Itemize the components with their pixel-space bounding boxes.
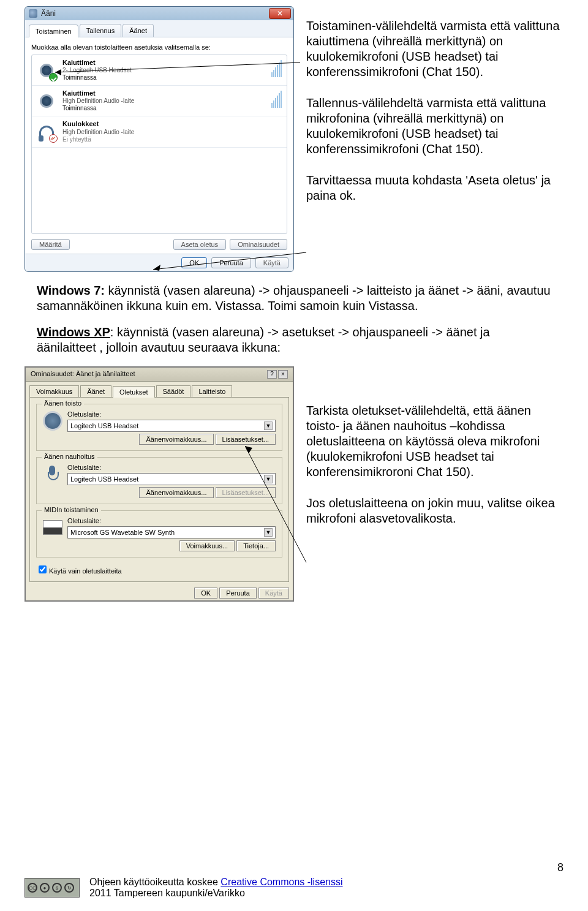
speaker-icon xyxy=(43,411,62,431)
group-title: Äänen nauhoitus xyxy=(42,453,97,460)
info-button[interactable]: Tietoja... xyxy=(236,540,276,551)
default-label: Oletuslaite: xyxy=(67,410,276,418)
device-status: Toiminnassa xyxy=(62,74,132,81)
tab-playback[interactable]: Toistaminen xyxy=(29,25,78,37)
device-row[interactable]: Kuulokkeet High Definition Audio -laite … xyxy=(32,116,287,147)
group-title: Äänen toisto xyxy=(42,399,84,407)
level-meter xyxy=(271,89,282,108)
callout-text-block: Toistaminen-välilehdeltä varmista että v… xyxy=(306,6,564,272)
volume-button[interactable]: Äänenvoimakkuus... xyxy=(139,487,213,498)
tab-volume[interactable]: Voimakkuus xyxy=(29,385,79,397)
device-title: Kaiuttimet xyxy=(62,59,132,67)
device-subtitle: High Definition Audio -laite xyxy=(62,129,134,136)
winxp-paragraph: Windows XP: käynnistä (vasen alareuna) -… xyxy=(37,325,551,355)
tabs: Toistaminen Tallennus Äänet xyxy=(25,20,293,37)
headphone-icon xyxy=(36,121,58,143)
cc-icon: CC xyxy=(28,883,37,893)
playback-group: Äänen toisto Oletuslaite: Logitech USB H… xyxy=(36,404,282,451)
volume-button[interactable]: Äänenvoimakkuus... xyxy=(139,434,213,445)
level-meter xyxy=(271,59,282,77)
configure-button[interactable]: Määritä xyxy=(31,239,70,250)
cancel-button[interactable]: Peruuta xyxy=(211,257,251,268)
window-title: Ääni xyxy=(41,9,56,18)
advanced-button[interactable]: Lisäasetukset... xyxy=(216,487,276,498)
win7-text: käynnistä (vasen alareuna) -> ohjauspane… xyxy=(37,284,551,312)
cancel-button[interactable]: Peruuta xyxy=(219,588,257,599)
tab-sounds[interactable]: Äänet xyxy=(123,24,154,37)
window-title: Ominaisuudet: Äänet ja äänilaitteet xyxy=(31,370,135,379)
device-status: Ei yhteyttä xyxy=(62,136,134,143)
callout-1: Toistaminen-välilehdeltä varmista että v… xyxy=(306,18,564,80)
cc-license-link[interactable]: Creative Commons -lisenssi xyxy=(221,877,342,887)
vista-sound-dialog: Ääni ✕ Toistaminen Tallennus Äänet Muokk… xyxy=(24,6,294,272)
footer-text: Ohjeen käyttöoikeutta koskee xyxy=(89,877,221,887)
xp-callout-1: Tarkista oletukset-välilehdeltä, että ää… xyxy=(306,403,564,480)
winxp-label: Windows XP xyxy=(37,325,110,339)
window-titlebar: Ominaisuudet: Äänet ja äänilaitteet ? × xyxy=(26,368,293,382)
xp-callout-block: Tarkista oletukset-välilehdeltä, että ää… xyxy=(306,366,564,602)
midi-group: MIDIn toistaminen Oletuslaite: Microsoft… xyxy=(36,510,282,558)
device-list: Kaiuttimet 2- Logitech USB Headset Toimi… xyxy=(31,55,287,234)
tabs: Voimakkuus Äänet Oletukset Säädöt Laitte… xyxy=(26,382,293,397)
cc-license-badge: CC ● $ ↻ xyxy=(24,878,80,898)
advanced-button[interactable]: Lisäasetukset... xyxy=(216,434,276,445)
device-row[interactable]: Kaiuttimet High Definition Audio -laite … xyxy=(32,86,287,116)
only-defaults-checkbox[interactable]: Käytä vain oletuslaitteita xyxy=(36,564,282,575)
chevron-down-icon: ▼ xyxy=(264,528,273,537)
device-title: Kaiuttimet xyxy=(62,89,134,97)
set-default-button[interactable]: Aseta oletus xyxy=(173,239,227,250)
disconnected-badge-icon xyxy=(49,134,58,143)
checkbox-input[interactable] xyxy=(39,565,47,573)
apply-button[interactable]: Käytä xyxy=(255,257,288,268)
device-status: Toiminnassa xyxy=(62,105,134,112)
chevron-down-icon: ▼ xyxy=(264,475,273,483)
group-title: MIDIn toistaminen xyxy=(42,506,101,513)
close-button[interactable]: × xyxy=(278,370,288,379)
xp-callout-2: Jos oletuslaitteena on jokin muu, valits… xyxy=(306,496,564,526)
nc-icon: $ xyxy=(52,883,62,893)
midi-device-select[interactable]: Microsoft GS Wavetable SW Synth ▼ xyxy=(67,526,276,539)
tab-hardware[interactable]: Laitteisto xyxy=(192,385,232,397)
win7-label: Windows 7: xyxy=(37,284,105,297)
by-icon: ● xyxy=(40,883,50,893)
sa-icon: ↻ xyxy=(64,883,74,893)
device-row[interactable]: Kaiuttimet 2- Logitech USB Headset Toimi… xyxy=(32,55,287,86)
select-value: Microsoft GS Wavetable SW Synth xyxy=(70,529,175,536)
windows7-paragraph: Windows 7: käynnistä (vasen alareuna) ->… xyxy=(37,283,551,314)
default-label: Oletuslaite: xyxy=(67,517,276,524)
recording-device-select[interactable]: Logitech USB Headset ▼ xyxy=(67,473,276,485)
volume-button[interactable]: Voimakkuus... xyxy=(179,540,235,551)
instruction-text: Muokkaa alla olevan toistolaitteen asetu… xyxy=(31,43,287,51)
tab-sounds[interactable]: Äänet xyxy=(80,385,111,397)
select-value: Logitech USB Headset xyxy=(70,422,138,429)
properties-button[interactable]: Ominaisuudet xyxy=(230,239,287,250)
device-subtitle: 2- Logitech USB Headset xyxy=(62,67,132,74)
chevron-down-icon: ▼ xyxy=(264,421,273,430)
page-number: 8 xyxy=(557,861,564,874)
speaker-icon xyxy=(36,59,58,81)
tab-recording[interactable]: Tallennus xyxy=(80,24,121,37)
device-subtitle: High Definition Audio -laite xyxy=(62,97,134,105)
callout-2: Tallennus-välilehdeltä varmista että val… xyxy=(306,96,564,157)
footer-org: 2011 Tampereen kaupunki/eVarikko xyxy=(89,888,343,899)
default-label: Oletuslaite: xyxy=(67,464,276,471)
select-value: Logitech USB Headset xyxy=(70,475,138,483)
callout-3: Tarvittaessa muuta kohdasta 'Aseta oletu… xyxy=(306,173,564,203)
apply-button[interactable]: Käytä xyxy=(258,588,289,599)
recording-group: Äänen nauhoitus Oletuslaite: Logitech US… xyxy=(36,457,282,504)
ok-button[interactable]: OK xyxy=(181,257,207,268)
tab-defaults[interactable]: Oletukset xyxy=(113,386,154,398)
checkbox-label: Käytä vain oletuslaitteita xyxy=(49,567,122,575)
tab-adjust[interactable]: Säädöt xyxy=(156,385,191,397)
sound-icon xyxy=(29,9,37,18)
ok-button[interactable]: OK xyxy=(194,588,217,599)
help-button[interactable]: ? xyxy=(267,370,277,379)
page-footer: CC ● $ ↻ Ohjeen käyttöoikeutta koskee Cr… xyxy=(0,877,588,899)
microphone-icon xyxy=(43,464,62,484)
window-titlebar: Ääni ✕ xyxy=(25,7,293,20)
device-title: Kuulokkeet xyxy=(62,120,134,128)
xp-sound-dialog: Ominaisuudet: Äänet ja äänilaitteet ? × … xyxy=(24,366,294,602)
playback-device-select[interactable]: Logitech USB Headset ▼ xyxy=(67,420,276,432)
midi-icon xyxy=(43,520,62,535)
close-button[interactable]: ✕ xyxy=(269,8,291,19)
